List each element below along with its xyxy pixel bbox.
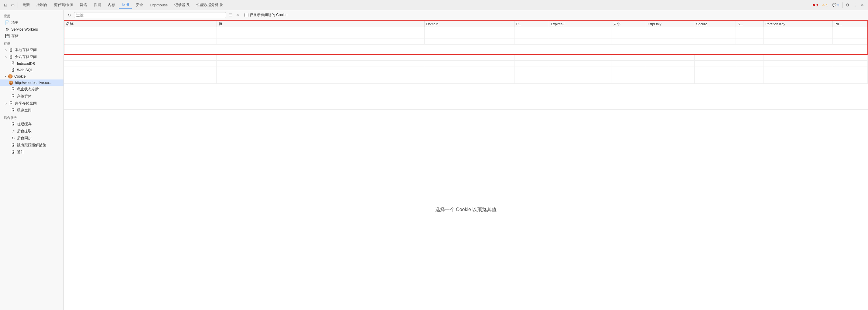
sidebar-item-service-workers[interactable]: ⚙ Service Workers xyxy=(0,26,63,32)
only-issues-checkbox[interactable] xyxy=(245,13,248,17)
bg-sync-icon: ↻ xyxy=(11,136,16,140)
device-icon-btn[interactable]: ▭ xyxy=(9,2,16,8)
tab-perf-insights[interactable]: 性能数据分析 及 xyxy=(193,1,226,9)
sidebar-item-cookie-url[interactable]: 🍪 http://web.test.live.com:5 xyxy=(0,79,63,86)
col-header-value[interactable]: 值 xyxy=(217,21,424,27)
notifications-label: 通知 xyxy=(17,149,24,155)
expand-icon: ▷ xyxy=(5,48,7,51)
separator2 xyxy=(842,2,843,8)
cookie-toolbar: ↻ ☰ ✕ 仅显示有问题的 Cookie xyxy=(64,10,868,20)
table-row-b[interactable] xyxy=(64,78,868,84)
tab-recorder[interactable]: 记录器 及 xyxy=(171,1,193,9)
sidebar: 应用 📄 清单 ⚙ Service Workers 💾 存储 存储 ▷ 🗄 本地… xyxy=(0,10,64,310)
sidebar-item-shared-storage[interactable]: ▷ 🗄 共享存储空间 xyxy=(0,100,63,107)
tab-performance[interactable]: 性能 xyxy=(91,1,104,9)
only-issues-label[interactable]: 仅显示有问题的 Cookie xyxy=(245,12,288,18)
filter-menu-icon[interactable]: ☰ xyxy=(228,12,233,18)
sidebar-item-private-token[interactable]: 🗄 私密状态令牌 xyxy=(0,86,63,93)
sidebar-item-service-workers-label: Service Workers xyxy=(11,27,38,32)
cookie-table: 名称 值 Domain P... Expires /... 大小 HttpOnl… xyxy=(64,21,867,44)
col-header-secure[interactable]: Secure xyxy=(694,21,736,27)
table-row-b[interactable] xyxy=(64,66,868,72)
tab-memory[interactable]: 内存 xyxy=(105,1,118,9)
bg-sync-label: 后台同步 xyxy=(17,136,32,141)
info-icon: 💬 xyxy=(832,3,836,7)
sidebar-item-cookie-parent[interactable]: ▾ 🍪 Cookie xyxy=(0,73,63,79)
sidebar-item-session-storage[interactable]: ▷ 🗄 会话存储空间 xyxy=(0,54,63,60)
filter-input[interactable] xyxy=(74,12,226,18)
col-header-priority[interactable]: Pri... xyxy=(833,21,867,27)
right-panel: ↻ ☰ ✕ 仅显示有问题的 Cookie 名称 值 Domain xyxy=(64,10,868,310)
settings-icon-btn[interactable]: ⚙ xyxy=(844,2,851,8)
sidebar-item-manifest[interactable]: 📄 清单 xyxy=(0,19,63,26)
table-wrapper: 名称 值 Domain P... Expires /... 大小 HttpOnl… xyxy=(64,20,868,310)
warning-icon: ⚠ xyxy=(822,3,825,7)
col-header-path[interactable]: P... xyxy=(514,21,549,27)
table-row[interactable] xyxy=(64,39,867,44)
refresh-button[interactable]: ↻ xyxy=(66,12,72,18)
tab-elements[interactable]: 元素 xyxy=(20,1,33,9)
sidebar-item-back-forward-cache[interactable]: 🗄 往返缓存 xyxy=(0,121,63,128)
close-btn[interactable]: ✕ xyxy=(859,2,866,8)
col-header-httponly[interactable]: HttpOnly xyxy=(646,21,694,27)
private-token-icon: 🗄 xyxy=(11,87,16,92)
tab-network[interactable]: 网络 xyxy=(77,1,90,9)
sidebar-item-background-fetch[interactable]: ↗ 后台提取 xyxy=(0,128,63,135)
col-header-partitionkey[interactable]: Partition Key xyxy=(764,21,833,27)
table-row[interactable] xyxy=(64,27,867,33)
sidebar-item-interest-groups[interactable]: 🗄 兴趣群体 xyxy=(0,93,63,100)
col-header-expires[interactable]: Expires /... xyxy=(549,21,611,27)
backend-section-label: 后台服务 xyxy=(0,114,63,121)
sidebar-item-background-sync[interactable]: ↻ 后台同步 xyxy=(0,135,63,142)
storage-icon: 💾 xyxy=(5,34,10,38)
col-header-size[interactable]: 大小 xyxy=(611,21,646,27)
sidebar-item-storage-label: 存储 xyxy=(11,33,19,38)
bounce-tracking-icon: 🗄 xyxy=(11,143,16,147)
cookie-table-bottom-body xyxy=(64,55,868,84)
warning-badge[interactable]: ⚠ 1 xyxy=(820,2,830,8)
sidebar-item-bounce-tracking[interactable]: 🗄 跳出跟踪缓解措施 xyxy=(0,142,63,149)
tab-sources[interactable]: 源代码/来源 xyxy=(51,1,76,9)
cookie-table-body xyxy=(64,27,867,44)
table-row-b[interactable] xyxy=(64,72,868,78)
tab-lighthouse[interactable]: Lighthouse xyxy=(147,2,171,8)
session-storage-label: 会话存储空间 xyxy=(15,54,37,60)
only-issues-text: 仅显示有问题的 Cookie xyxy=(250,12,288,18)
tab-application[interactable]: 应用 xyxy=(119,1,132,9)
sidebar-item-storage[interactable]: 💾 存储 xyxy=(0,32,63,39)
col-header-domain[interactable]: Domain xyxy=(424,21,514,27)
error-badge[interactable]: ✖ 3 xyxy=(811,2,820,8)
col-header-name[interactable]: 名称 xyxy=(64,21,217,27)
tab-security[interactable]: 安全 xyxy=(133,1,146,9)
more-options-btn[interactable]: ⋮ xyxy=(851,2,859,8)
warning-count: 1 xyxy=(826,3,828,7)
sidebar-item-notifications[interactable]: 🗄 通知 xyxy=(0,149,63,156)
sidebar-item-cache-storage[interactable]: 🗄 缓存空间 xyxy=(0,107,63,114)
preview-text: 选择一个 Cookie 以预览其值 xyxy=(435,207,497,213)
table-row-b[interactable] xyxy=(64,61,868,66)
indexeddb-icon: 🗄 xyxy=(11,61,16,66)
table-row-b[interactable] xyxy=(64,55,868,61)
cache-storage-icon: 🗄 xyxy=(11,108,16,112)
cookie-label: Cookie xyxy=(14,74,26,78)
shared-storage-expand-icon: ▷ xyxy=(5,102,7,105)
websql-label: Web SQL xyxy=(17,68,33,72)
table-row[interactable] xyxy=(64,33,867,39)
sidebar-item-manifest-label: 清单 xyxy=(11,20,19,25)
clear-filter-icon[interactable]: ✕ xyxy=(235,12,240,18)
info-badge[interactable]: 💬 3 xyxy=(830,2,841,8)
error-icon: ✖ xyxy=(812,3,815,7)
sidebar-item-websql[interactable]: 🗄 Web SQL xyxy=(0,67,63,73)
bfcache-label: 往返缓存 xyxy=(17,122,32,127)
tab-console[interactable]: 控制台 xyxy=(33,1,51,9)
storage-section-label: 存储 xyxy=(0,39,63,46)
websql-icon: 🗄 xyxy=(11,68,16,72)
sidebar-item-local-storage[interactable]: ▷ 🗄 本地存储空间 xyxy=(0,46,63,54)
manifest-icon: 📄 xyxy=(5,20,10,25)
inspect-icon-btn[interactable]: ⊡ xyxy=(2,2,9,8)
col-header-samesite[interactable]: S... xyxy=(736,21,763,27)
expand-icon2: ▷ xyxy=(5,56,7,59)
info-count: 3 xyxy=(837,3,839,7)
shared-storage-icon: 🗄 xyxy=(8,101,13,106)
sidebar-item-indexeddb[interactable]: 🗄 IndexedDB xyxy=(0,60,63,67)
